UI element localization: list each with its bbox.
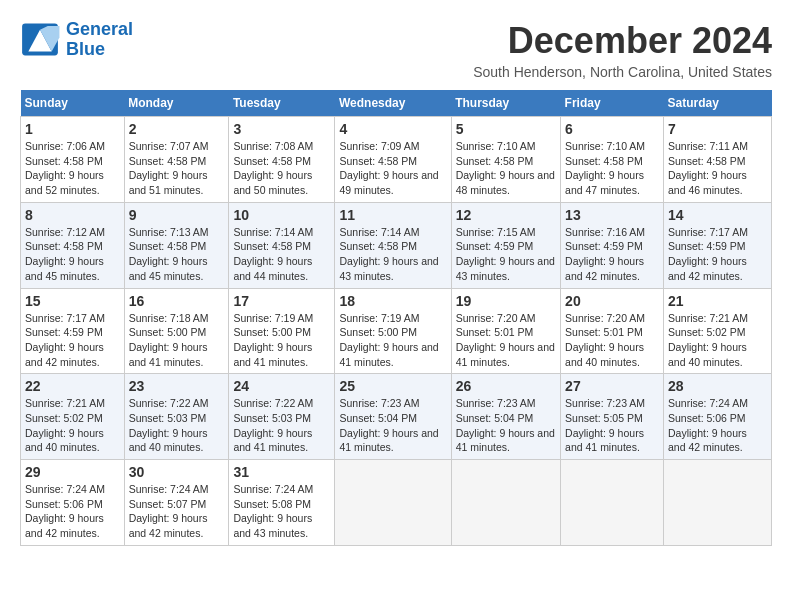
title-section: December 2024 South Henderson, North Car… — [473, 20, 772, 80]
day-info: Sunrise: 7:23 AMSunset: 5:04 PMDaylight:… — [339, 396, 446, 455]
day-number: 31 — [233, 464, 330, 480]
day-number: 25 — [339, 378, 446, 394]
day-info: Sunrise: 7:10 AMSunset: 4:58 PMDaylight:… — [456, 139, 556, 198]
calendar-cell: 8Sunrise: 7:12 AMSunset: 4:58 PMDaylight… — [21, 202, 125, 288]
day-info: Sunrise: 7:19 AMSunset: 5:00 PMDaylight:… — [233, 311, 330, 370]
day-info: Sunrise: 7:18 AMSunset: 5:00 PMDaylight:… — [129, 311, 225, 370]
day-number: 18 — [339, 293, 446, 309]
calendar-cell — [561, 460, 664, 546]
header-friday: Friday — [561, 90, 664, 117]
day-number: 17 — [233, 293, 330, 309]
day-number: 10 — [233, 207, 330, 223]
header-wednesday: Wednesday — [335, 90, 451, 117]
calendar-cell: 15Sunrise: 7:17 AMSunset: 4:59 PMDayligh… — [21, 288, 125, 374]
day-number: 15 — [25, 293, 120, 309]
day-number: 3 — [233, 121, 330, 137]
calendar-table: SundayMondayTuesdayWednesdayThursdayFrid… — [20, 90, 772, 546]
day-number: 28 — [668, 378, 767, 394]
day-number: 16 — [129, 293, 225, 309]
day-number: 29 — [25, 464, 120, 480]
header-saturday: Saturday — [663, 90, 771, 117]
calendar-cell: 5Sunrise: 7:10 AMSunset: 4:58 PMDaylight… — [451, 117, 560, 203]
calendar-cell: 28Sunrise: 7:24 AMSunset: 5:06 PMDayligh… — [663, 374, 771, 460]
calendar-cell: 31Sunrise: 7:24 AMSunset: 5:08 PMDayligh… — [229, 460, 335, 546]
day-number: 26 — [456, 378, 556, 394]
day-info: Sunrise: 7:14 AMSunset: 4:58 PMDaylight:… — [339, 225, 446, 284]
day-info: Sunrise: 7:14 AMSunset: 4:58 PMDaylight:… — [233, 225, 330, 284]
calendar-cell: 26Sunrise: 7:23 AMSunset: 5:04 PMDayligh… — [451, 374, 560, 460]
calendar-cell: 25Sunrise: 7:23 AMSunset: 5:04 PMDayligh… — [335, 374, 451, 460]
day-info: Sunrise: 7:07 AMSunset: 4:58 PMDaylight:… — [129, 139, 225, 198]
day-info: Sunrise: 7:24 AMSunset: 5:06 PMDaylight:… — [668, 396, 767, 455]
calendar-cell: 22Sunrise: 7:21 AMSunset: 5:02 PMDayligh… — [21, 374, 125, 460]
day-info: Sunrise: 7:19 AMSunset: 5:00 PMDaylight:… — [339, 311, 446, 370]
day-number: 23 — [129, 378, 225, 394]
day-number: 5 — [456, 121, 556, 137]
day-info: Sunrise: 7:16 AMSunset: 4:59 PMDaylight:… — [565, 225, 659, 284]
calendar-cell: 2Sunrise: 7:07 AMSunset: 4:58 PMDaylight… — [124, 117, 229, 203]
calendar-cell: 23Sunrise: 7:22 AMSunset: 5:03 PMDayligh… — [124, 374, 229, 460]
day-number: 1 — [25, 121, 120, 137]
calendar-cell: 3Sunrise: 7:08 AMSunset: 4:58 PMDaylight… — [229, 117, 335, 203]
calendar-cell: 9Sunrise: 7:13 AMSunset: 4:58 PMDaylight… — [124, 202, 229, 288]
day-number: 30 — [129, 464, 225, 480]
day-number: 9 — [129, 207, 225, 223]
calendar-week-5: 29Sunrise: 7:24 AMSunset: 5:06 PMDayligh… — [21, 460, 772, 546]
logo-text: General Blue — [66, 20, 133, 60]
calendar-week-2: 8Sunrise: 7:12 AMSunset: 4:58 PMDaylight… — [21, 202, 772, 288]
header-tuesday: Tuesday — [229, 90, 335, 117]
calendar-cell — [663, 460, 771, 546]
day-info: Sunrise: 7:06 AMSunset: 4:58 PMDaylight:… — [25, 139, 120, 198]
calendar-cell: 29Sunrise: 7:24 AMSunset: 5:06 PMDayligh… — [21, 460, 125, 546]
calendar-week-4: 22Sunrise: 7:21 AMSunset: 5:02 PMDayligh… — [21, 374, 772, 460]
day-info: Sunrise: 7:24 AMSunset: 5:07 PMDaylight:… — [129, 482, 225, 541]
day-number: 22 — [25, 378, 120, 394]
day-info: Sunrise: 7:08 AMSunset: 4:58 PMDaylight:… — [233, 139, 330, 198]
day-number: 21 — [668, 293, 767, 309]
day-info: Sunrise: 7:13 AMSunset: 4:58 PMDaylight:… — [129, 225, 225, 284]
calendar-cell: 16Sunrise: 7:18 AMSunset: 5:00 PMDayligh… — [124, 288, 229, 374]
calendar-cell — [451, 460, 560, 546]
header-row: SundayMondayTuesdayWednesdayThursdayFrid… — [21, 90, 772, 117]
day-info: Sunrise: 7:20 AMSunset: 5:01 PMDaylight:… — [456, 311, 556, 370]
calendar-cell: 27Sunrise: 7:23 AMSunset: 5:05 PMDayligh… — [561, 374, 664, 460]
calendar-cell: 24Sunrise: 7:22 AMSunset: 5:03 PMDayligh… — [229, 374, 335, 460]
day-number: 2 — [129, 121, 225, 137]
day-number: 19 — [456, 293, 556, 309]
day-info: Sunrise: 7:17 AMSunset: 4:59 PMDaylight:… — [668, 225, 767, 284]
calendar-week-1: 1Sunrise: 7:06 AMSunset: 4:58 PMDaylight… — [21, 117, 772, 203]
day-number: 20 — [565, 293, 659, 309]
day-info: Sunrise: 7:11 AMSunset: 4:58 PMDaylight:… — [668, 139, 767, 198]
calendar-cell: 20Sunrise: 7:20 AMSunset: 5:01 PMDayligh… — [561, 288, 664, 374]
day-info: Sunrise: 7:24 AMSunset: 5:08 PMDaylight:… — [233, 482, 330, 541]
calendar-cell: 30Sunrise: 7:24 AMSunset: 5:07 PMDayligh… — [124, 460, 229, 546]
day-number: 27 — [565, 378, 659, 394]
logo-icon — [20, 22, 60, 57]
calendar-cell: 17Sunrise: 7:19 AMSunset: 5:00 PMDayligh… — [229, 288, 335, 374]
day-info: Sunrise: 7:21 AMSunset: 5:02 PMDaylight:… — [25, 396, 120, 455]
calendar-cell: 11Sunrise: 7:14 AMSunset: 4:58 PMDayligh… — [335, 202, 451, 288]
day-number: 12 — [456, 207, 556, 223]
day-number: 11 — [339, 207, 446, 223]
day-info: Sunrise: 7:23 AMSunset: 5:05 PMDaylight:… — [565, 396, 659, 455]
day-number: 13 — [565, 207, 659, 223]
calendar-cell: 13Sunrise: 7:16 AMSunset: 4:59 PMDayligh… — [561, 202, 664, 288]
calendar-cell: 1Sunrise: 7:06 AMSunset: 4:58 PMDaylight… — [21, 117, 125, 203]
calendar-cell: 12Sunrise: 7:15 AMSunset: 4:59 PMDayligh… — [451, 202, 560, 288]
calendar-cell: 19Sunrise: 7:20 AMSunset: 5:01 PMDayligh… — [451, 288, 560, 374]
page-header: General Blue December 2024 South Henders… — [20, 20, 772, 80]
day-number: 7 — [668, 121, 767, 137]
calendar-cell: 18Sunrise: 7:19 AMSunset: 5:00 PMDayligh… — [335, 288, 451, 374]
calendar-cell: 10Sunrise: 7:14 AMSunset: 4:58 PMDayligh… — [229, 202, 335, 288]
calendar-cell — [335, 460, 451, 546]
location: South Henderson, North Carolina, United … — [473, 64, 772, 80]
day-info: Sunrise: 7:15 AMSunset: 4:59 PMDaylight:… — [456, 225, 556, 284]
day-info: Sunrise: 7:22 AMSunset: 5:03 PMDaylight:… — [233, 396, 330, 455]
day-number: 6 — [565, 121, 659, 137]
calendar-cell: 6Sunrise: 7:10 AMSunset: 4:58 PMDaylight… — [561, 117, 664, 203]
calendar-cell: 21Sunrise: 7:21 AMSunset: 5:02 PMDayligh… — [663, 288, 771, 374]
day-info: Sunrise: 7:22 AMSunset: 5:03 PMDaylight:… — [129, 396, 225, 455]
calendar-cell: 4Sunrise: 7:09 AMSunset: 4:58 PMDaylight… — [335, 117, 451, 203]
day-info: Sunrise: 7:23 AMSunset: 5:04 PMDaylight:… — [456, 396, 556, 455]
day-info: Sunrise: 7:09 AMSunset: 4:58 PMDaylight:… — [339, 139, 446, 198]
